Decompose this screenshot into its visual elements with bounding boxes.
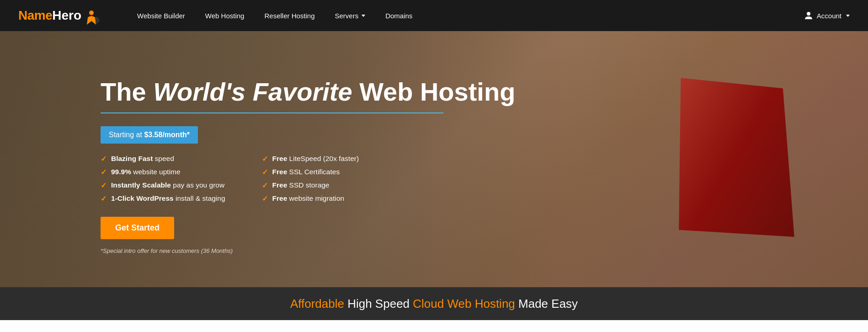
- feature-ssl: ✓ Free SSL Certificates: [262, 168, 359, 177]
- feature-1-rest: speed: [153, 155, 174, 162]
- nav-item-website-builder[interactable]: Website Builder: [127, 0, 195, 31]
- hero-price-badge-price: $3.58/month*: [144, 131, 190, 139]
- logo-superhero-icon: [83, 8, 100, 25]
- bottom-tagline: Affordable High Speed Cloud Web Hosting …: [290, 297, 578, 311]
- bottom-bar: Affordable High Speed Cloud Web Hosting …: [0, 287, 868, 320]
- check-icon-1: ✓: [101, 155, 107, 163]
- feature-6-bold: Free: [272, 168, 288, 176]
- check-icon-2: ✓: [101, 168, 107, 177]
- navbar: NameHero Website Builder Web Hosting Res…: [0, 0, 868, 31]
- account-person-icon: [804, 11, 813, 20]
- feature-scalable: ✓ Instantly Scalable pay as you grow: [101, 181, 225, 190]
- hero-content: The World's Favorite Web Hosting Startin…: [0, 64, 515, 254]
- feature-6-rest: SSL Certificates: [287, 168, 340, 176]
- hero-divider: [101, 112, 443, 113]
- feature-8-bold: Free: [272, 194, 288, 202]
- feature-3-rest: pay as you grow: [171, 181, 224, 189]
- hero-cape-decoration: [641, 53, 820, 265]
- logo[interactable]: NameHero: [18, 7, 100, 24]
- feature-2-rest: website uptime: [131, 168, 181, 176]
- feature-4-rest: install & staging: [174, 194, 225, 202]
- hero-features: ✓ Blazing Fast speed ✓ 99.9% website upt…: [101, 155, 515, 203]
- check-icon-4: ✓: [101, 194, 107, 203]
- nav-links: Website Builder Web Hosting Reseller Hos…: [127, 0, 804, 31]
- account-chevron-icon: [846, 15, 850, 17]
- hero-section: The World's Favorite Web Hosting Startin…: [0, 31, 868, 287]
- feature-5-rest: LiteSpeed (20x faster): [287, 155, 359, 162]
- servers-chevron-icon: [362, 15, 365, 17]
- feature-2-bold: 99.9%: [111, 168, 131, 176]
- nav-item-reseller-hosting[interactable]: Reseller Hosting: [254, 0, 325, 31]
- bottom-word4: Made Easy: [515, 297, 578, 311]
- account-menu[interactable]: Account: [804, 11, 850, 20]
- nav-item-servers[interactable]: Servers: [325, 0, 376, 31]
- feature-litespeed: ✓ Free LiteSpeed (20x faster): [262, 155, 359, 163]
- features-col-left: ✓ Blazing Fast speed ✓ 99.9% website upt…: [101, 155, 225, 203]
- check-icon-8: ✓: [262, 194, 268, 203]
- feature-5-bold: Free: [272, 155, 288, 162]
- svg-point-1: [807, 12, 810, 16]
- feature-1-bold: Blazing Fast: [111, 155, 153, 162]
- hero-title-part1: The: [101, 77, 153, 106]
- feature-4-bold: 1-Click WordPress: [111, 194, 174, 202]
- hero-footnote: *Special intro offer for new customers (…: [101, 247, 233, 254]
- hero-price-badge-text: Starting at: [109, 131, 144, 139]
- features-col-right: ✓ Free LiteSpeed (20x faster) ✓ Free SSL…: [262, 155, 359, 203]
- nav-item-domains[interactable]: Domains: [375, 0, 422, 31]
- logo-name: Name: [18, 8, 52, 23]
- check-icon-6: ✓: [262, 168, 268, 177]
- feature-7-bold: Free: [272, 181, 288, 189]
- feature-8-rest: website migration: [287, 194, 344, 202]
- nav-item-web-hosting[interactable]: Web Hosting: [195, 0, 255, 31]
- svg-point-0: [89, 11, 94, 15]
- feature-7-rest: SSD storage: [287, 181, 329, 189]
- feature-wordpress: ✓ 1-Click WordPress install & staging: [101, 194, 225, 203]
- bottom-word3: Cloud Web Hosting: [413, 297, 515, 311]
- bottom-word1: Affordable: [290, 297, 344, 311]
- check-icon-5: ✓: [262, 155, 268, 163]
- hero-title-part2: Web Hosting: [352, 77, 516, 106]
- bottom-word2: High Speed: [344, 297, 413, 311]
- feature-uptime: ✓ 99.9% website uptime: [101, 168, 225, 177]
- get-started-button[interactable]: Get Started: [101, 217, 174, 239]
- check-icon-3: ✓: [101, 181, 107, 190]
- hero-title: The World's Favorite Web Hosting: [101, 77, 515, 107]
- hero-title-italic: World's Favorite: [153, 77, 352, 106]
- check-icon-7: ✓: [262, 181, 268, 190]
- logo-hero: Hero: [52, 8, 81, 23]
- account-label: Account: [817, 12, 841, 20]
- feature-ssd: ✓ Free SSD storage: [262, 181, 359, 190]
- feature-migration: ✓ Free website migration: [262, 194, 359, 203]
- feature-3-bold: Instantly Scalable: [111, 181, 171, 189]
- hero-price-badge: Starting at $3.58/month*: [101, 126, 198, 144]
- feature-blazing-fast: ✓ Blazing Fast speed: [101, 155, 225, 163]
